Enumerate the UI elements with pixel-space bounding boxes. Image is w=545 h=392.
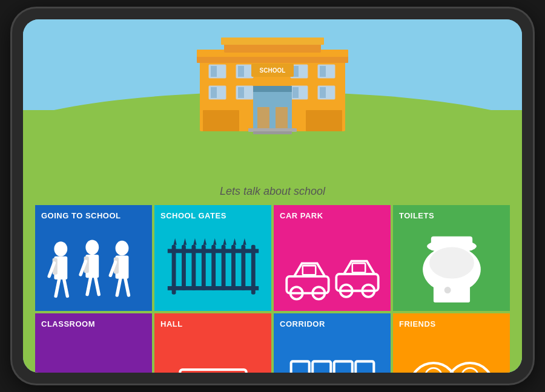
svg-rect-6 [211, 66, 217, 77]
tablet-screen: SCHOOL [23, 19, 522, 373]
svg-line-47 [125, 279, 128, 295]
icon-gates [163, 237, 262, 311]
svg-rect-69 [302, 266, 315, 275]
svg-marker-66 [233, 238, 236, 245]
svg-rect-12 [320, 66, 326, 77]
svg-rect-73 [352, 264, 365, 273]
svg-rect-30 [306, 110, 342, 131]
topic-grid: GOING TO SCHOOL [35, 205, 510, 373]
svg-rect-24 [253, 86, 292, 92]
cell-school-gates[interactable]: SCHOOL GATES [154, 205, 271, 311]
cell-car-park[interactable]: CAR PARK [274, 205, 391, 311]
svg-marker-61 [183, 238, 186, 245]
svg-rect-16 [211, 87, 217, 98]
svg-rect-8 [238, 66, 244, 77]
cell-label-classroom: CLASSROOM [41, 319, 95, 328]
svg-text:SCHOOL: SCHOOL [260, 67, 286, 74]
icon-toilet [401, 228, 501, 311]
svg-point-37 [85, 240, 99, 255]
svg-rect-20 [292, 87, 299, 98]
cell-classroom[interactable]: CLASSROOM [35, 313, 152, 373]
icon-cars [282, 242, 382, 311]
cell-corridor[interactable]: CORRIDOR [274, 313, 391, 373]
svg-rect-28 [253, 131, 292, 134]
svg-rect-72 [336, 274, 378, 291]
cell-label-toilets: TOILETS [399, 211, 434, 220]
school-building: SCHOOL [188, 34, 357, 143]
svg-point-31 [54, 241, 67, 256]
svg-marker-62 [193, 238, 196, 245]
svg-rect-52 [182, 245, 186, 290]
svg-rect-55 [211, 245, 216, 290]
svg-rect-53 [191, 245, 196, 290]
cell-label-school-gates: SCHOOL GATES [160, 211, 226, 220]
cell-friends[interactable]: FRIENDS [393, 313, 510, 373]
svg-point-43 [115, 241, 128, 256]
svg-rect-4 [221, 38, 324, 45]
svg-point-80 [428, 246, 475, 279]
svg-marker-67 [243, 238, 246, 245]
icon-students [44, 237, 143, 311]
svg-point-104 [425, 368, 441, 373]
icon-hall [163, 345, 262, 373]
tagline: Lets talk about school [220, 185, 325, 198]
cell-going-to-school[interactable]: GOING TO SCHOOL [35, 205, 152, 311]
svg-line-40 [87, 278, 90, 294]
svg-rect-56 [221, 245, 225, 290]
cell-label-hall: HALL [160, 319, 183, 328]
cell-label-going-to-school: GOING TO SCHOOL [41, 211, 121, 220]
svg-rect-85 [180, 370, 246, 373]
svg-marker-63 [203, 238, 206, 245]
svg-rect-94 [355, 361, 374, 373]
icon-classroom [44, 345, 143, 373]
svg-rect-26 [276, 107, 288, 131]
cell-label-car-park: CAR PARK [280, 211, 323, 220]
svg-rect-92 [312, 361, 331, 373]
svg-rect-51 [171, 245, 176, 295]
content-area: Lets talk about school GOING TO SCHOOL [23, 177, 522, 373]
svg-rect-25 [257, 107, 269, 131]
svg-line-35 [64, 279, 67, 296]
svg-line-46 [117, 279, 120, 295]
svg-rect-58 [241, 245, 245, 290]
svg-point-82 [444, 287, 451, 293]
tablet-frame: SCHOOL [12, 8, 533, 384]
cell-hall[interactable]: HALL [154, 313, 271, 373]
cell-label-corridor: CORRIDOR [280, 319, 325, 328]
cell-label-friends: FRIENDS [399, 319, 436, 328]
svg-rect-93 [334, 361, 352, 373]
svg-marker-60 [173, 238, 176, 245]
scene: SCHOOL [23, 19, 522, 177]
svg-marker-64 [213, 238, 216, 245]
svg-marker-65 [223, 238, 226, 245]
svg-rect-68 [286, 276, 328, 293]
svg-rect-91 [291, 361, 309, 373]
svg-rect-59 [251, 245, 255, 295]
icon-friends [401, 345, 501, 373]
svg-rect-81 [433, 286, 469, 302]
icon-corridor [282, 345, 382, 373]
svg-point-106 [461, 368, 478, 373]
svg-rect-29 [203, 110, 239, 131]
svg-rect-57 [231, 245, 236, 290]
svg-rect-18 [238, 87, 244, 98]
svg-line-41 [95, 278, 98, 294]
cell-toilets[interactable]: TOILETS [393, 205, 510, 311]
svg-rect-54 [201, 245, 205, 290]
svg-line-34 [56, 279, 59, 296]
svg-rect-22 [320, 87, 326, 98]
